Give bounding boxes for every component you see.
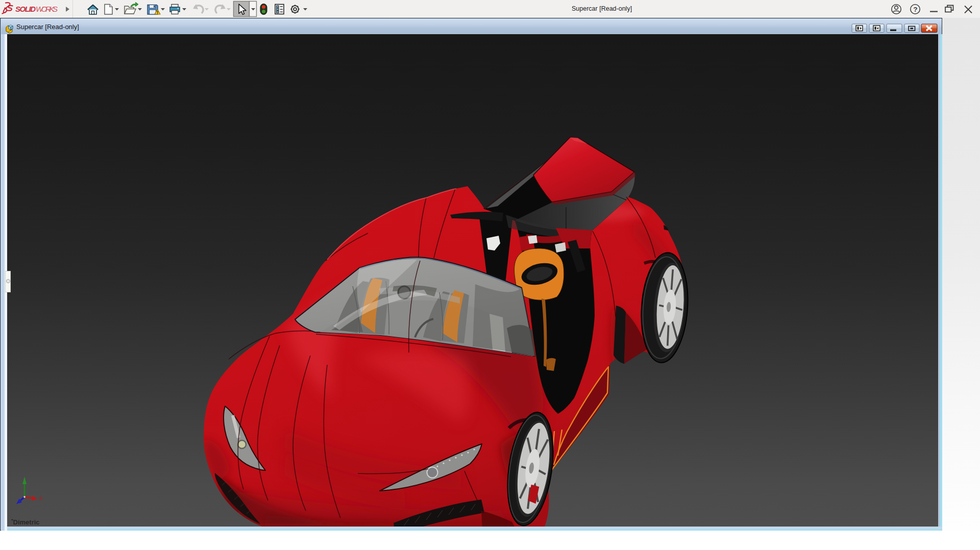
- svg-text:?: ?: [913, 6, 917, 13]
- svg-text:SOLID: SOLID: [15, 5, 36, 13]
- svg-text:WORKS: WORKS: [36, 5, 58, 13]
